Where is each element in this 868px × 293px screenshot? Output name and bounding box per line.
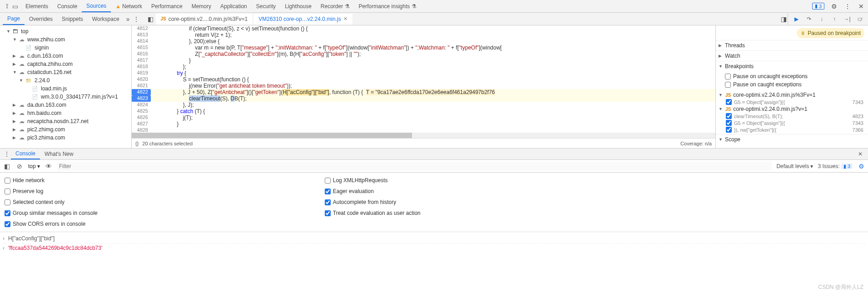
chk-caught[interactable]	[725, 82, 731, 88]
gutter[interactable]: 4816	[132, 51, 151, 57]
section-threads[interactable]: ▶Threads	[716, 40, 868, 50]
chk-selected-context[interactable]	[5, 199, 10, 205]
tab-recorder[interactable]: Recorder ⚗	[316, 1, 354, 12]
resume-icon[interactable]: ▶	[793, 15, 800, 23]
tree-necap[interactable]: ▶necaptcha.nosdn.127.net	[0, 117, 131, 125]
subtab-workspace[interactable]: Workspace	[88, 14, 124, 25]
chk-hide-network[interactable]	[5, 178, 10, 184]
bp-check[interactable]	[726, 127, 732, 133]
tree-cdun[interactable]: ▶c.dun.163.com	[0, 52, 131, 60]
section-breakpoints[interactable]: ▼Breakpoints	[716, 61, 868, 71]
file-tab-1[interactable]: JS core-optimi.v2....0.min.js%3Fv=1	[156, 14, 253, 25]
tree-cstatic[interactable]: ▼cstaticdun.126.net	[0, 68, 131, 76]
gutter[interactable]: 4817	[132, 57, 151, 64]
inspect-icon[interactable]: ⟟	[3, 2, 11, 10]
subtab-overrides[interactable]: Overrides	[25, 14, 57, 25]
tab-application[interactable]: Application	[216, 1, 252, 12]
tree-dadun[interactable]: ▶da.dun.163.com	[0, 101, 131, 109]
device-toggle-icon[interactable]: ▭	[11, 2, 19, 10]
tab-lighthouse[interactable]: Lighthouse	[280, 1, 316, 12]
section-scope[interactable]: ▼Scope	[716, 134, 868, 144]
tree-top[interactable]: ▼top	[0, 27, 131, 35]
tree-pic2[interactable]: ▶pic2.zhimg.com	[0, 125, 131, 134]
tab-security[interactable]: Security	[252, 1, 280, 12]
tree-signin[interactable]: signin	[0, 44, 131, 52]
gutter[interactable]: 4824	[132, 102, 151, 108]
tree-captcha[interactable]: ▶captcha.zhihu.com	[0, 60, 131, 68]
bp-check[interactable]	[726, 113, 732, 119]
gutter[interactable]: 4814	[132, 38, 151, 45]
live-expression-icon[interactable]: 👁	[45, 162, 53, 170]
log-levels[interactable]: Default levels ▾	[776, 163, 813, 169]
gutter[interactable]: 4825	[132, 108, 151, 114]
step-over-icon[interactable]: ↷	[805, 15, 813, 23]
chk-preserve-log[interactable]	[5, 189, 10, 194]
step-out-icon[interactable]: ↑	[831, 15, 838, 23]
clear-console-icon[interactable]: ⊘	[15, 162, 24, 170]
gutter[interactable]: 4826	[132, 114, 151, 121]
chk-treat-eval[interactable]	[325, 210, 331, 216]
tab-console[interactable]: Console	[53, 1, 82, 12]
subtab-page[interactable]: Page	[3, 13, 25, 25]
console-filter-input[interactable]	[57, 162, 772, 171]
step-into-icon[interactable]: ↓	[818, 15, 825, 23]
panel-toggle-icon[interactable]: ◨	[779, 15, 788, 23]
kebab-menu-icon[interactable]: ⋮	[843, 2, 852, 10]
tree-pic3[interactable]: ▶pic3.zhima.com	[0, 134, 131, 142]
tab-performance[interactable]: Performance	[147, 1, 187, 12]
subtab-snippets[interactable]: Snippets	[57, 14, 88, 25]
bp-file-2[interactable]: ▼JScore-optimi.v2.24.0.min.js?v=1	[716, 105, 868, 113]
subtab-kebab-icon[interactable]: ⋮	[132, 15, 140, 23]
gutter[interactable]: 4820	[132, 76, 151, 83]
drawer-kebab-icon[interactable]: ⋮	[3, 150, 11, 158]
chk-uncaught[interactable]	[725, 74, 731, 79]
gutter[interactable]: 4827	[132, 121, 151, 127]
tab-sources[interactable]: Sources	[82, 0, 111, 12]
gutter-breakpoint[interactable]: 4823	[132, 95, 151, 102]
code-editor[interactable]: 4812 if (clearTimeout(S), z < v) setTime…	[132, 25, 715, 148]
gutter[interactable]: 4819	[132, 70, 151, 76]
chk-eager-eval[interactable]	[325, 189, 331, 194]
more-subtabs-icon[interactable]: »	[124, 15, 132, 23]
tree-load[interactable]: load.min.js	[0, 84, 131, 93]
gutter[interactable]: 4813	[132, 32, 151, 38]
drawer-tab-whatsnew[interactable]: What's New	[40, 149, 78, 159]
console-settings-icon[interactable]: ⚙	[857, 162, 865, 170]
drawer-tab-console[interactable]: Console	[11, 149, 40, 159]
gutter[interactable]: 4828	[132, 127, 151, 133]
pretty-print-icon[interactable]: {}	[135, 141, 139, 146]
issues-indicator[interactable]: ▮ 3	[812, 3, 824, 10]
console-output[interactable]: H["acConfig"]["bid"] 'ffccaa537da544269b…	[0, 232, 868, 254]
gutter-breakpoint[interactable]: 4822	[132, 89, 151, 95]
settings-icon[interactable]: ⚙	[830, 2, 838, 10]
tab-perf-insights[interactable]: Performance insights ⚗	[354, 1, 421, 12]
horizontal-scrollbar[interactable]	[132, 133, 715, 138]
bp-check[interactable]	[726, 99, 732, 105]
tab-network[interactable]: ▲Network	[111, 1, 147, 12]
tree-hmbaidu[interactable]: ▶hm.baidu.com	[0, 109, 131, 117]
deactivate-breakpoints-icon[interactable]: ⬭̸	[856, 15, 863, 23]
chk-log-xhr[interactable]	[325, 178, 331, 184]
tree-zhihu[interactable]: ▼www.zhihu.com	[0, 35, 131, 44]
gutter[interactable]: 4812	[132, 25, 151, 32]
close-icon[interactable]: ✕	[343, 16, 347, 22]
tab-elements[interactable]: Elements	[21, 1, 53, 12]
console-sidebar-icon[interactable]: ◧	[3, 162, 11, 170]
chk-show-cors[interactable]	[5, 221, 10, 227]
bp-file-1[interactable]: ▼JScore-optimi.v2.24.0.min.js%3Fv=1	[716, 91, 868, 99]
step-icon[interactable]: →|	[843, 15, 851, 23]
tree-v2240[interactable]: ▼2.24.0	[0, 76, 131, 84]
context-selector[interactable]: top ▾	[28, 163, 40, 169]
file-tab-2[interactable]: VM26310 core-op…v2.24.0.min.js ✕	[253, 14, 352, 25]
gutter[interactable]: 4818	[132, 64, 151, 70]
section-watch[interactable]: ▶Watch	[716, 51, 868, 61]
bp-check[interactable]	[726, 120, 732, 126]
chk-autocomplete-history[interactable]	[325, 199, 331, 205]
file-tree[interactable]: ▼top ▼www.zhihu.com signin ▶c.dun.163.co…	[0, 25, 132, 148]
issues-link[interactable]: 3 Issues: ▮ 3	[818, 163, 853, 169]
gutter[interactable]: 4821	[132, 83, 151, 89]
gutter[interactable]: 4815	[132, 45, 151, 51]
navigator-toggle-icon[interactable]: ◧	[147, 15, 155, 23]
tab-memory[interactable]: Memory	[187, 1, 216, 12]
drawer-close-icon[interactable]: ✕	[855, 151, 865, 157]
